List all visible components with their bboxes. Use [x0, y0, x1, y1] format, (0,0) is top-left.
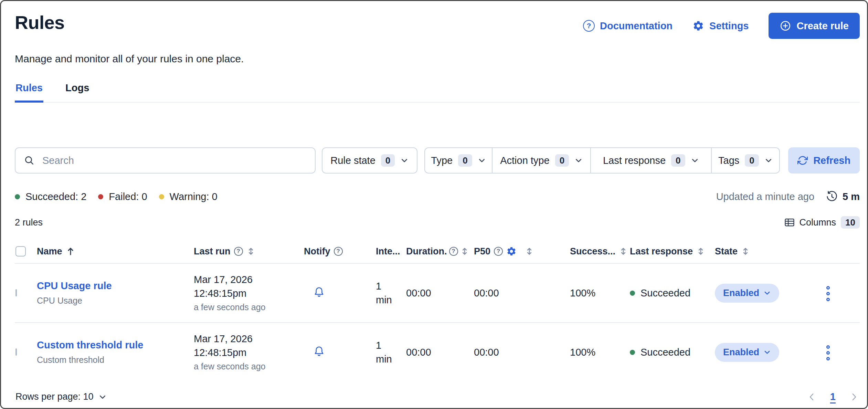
- info-icon[interactable]: ?: [494, 247, 503, 256]
- header-name[interactable]: Name: [37, 246, 194, 257]
- state-dropdown[interactable]: Enabled: [715, 284, 779, 303]
- interval-value: 1 min: [376, 279, 398, 307]
- duration-value: 00:00: [406, 347, 474, 358]
- state-value: Enabled: [723, 347, 759, 358]
- filter-action-type[interactable]: Action type 0: [492, 148, 590, 173]
- settings-link[interactable]: Settings: [692, 20, 749, 32]
- last-response-cell: Succeeded: [630, 287, 715, 299]
- succeeded-dot-icon: [15, 194, 20, 199]
- table-grid-icon: [784, 217, 795, 228]
- chevron-down-icon: [574, 156, 583, 165]
- row-checkbox[interactable]: [15, 289, 17, 296]
- documentation-link[interactable]: ? Documentation: [583, 20, 673, 32]
- rule-type-label: Custom threshold: [37, 355, 194, 365]
- row-actions-menu[interactable]: [826, 345, 830, 360]
- tab-rules[interactable]: Rules: [15, 82, 43, 103]
- filter-rule-state[interactable]: Rule state 0: [322, 147, 417, 174]
- tabs-bar: Rules Logs: [15, 82, 860, 103]
- info-icon[interactable]: ?: [234, 247, 243, 256]
- rows-per-page-dropdown[interactable]: Rows per page: 10: [15, 391, 107, 402]
- info-icon[interactable]: ?: [334, 247, 343, 256]
- header-success-ratio[interactable]: Success...: [570, 246, 630, 257]
- clock-refresh-icon: [826, 191, 838, 202]
- create-rule-button[interactable]: Create rule: [769, 13, 860, 39]
- row-checkbox[interactable]: [15, 348, 17, 356]
- chevron-down-icon: [691, 156, 699, 165]
- plus-circle-icon: [780, 20, 791, 32]
- chevron-down-icon: [98, 393, 107, 401]
- status-row: Succeeded: 2 Failed: 0 Warning: 0 Update…: [15, 191, 860, 202]
- row-actions-menu[interactable]: [826, 286, 830, 301]
- status-succeeded: Succeeded: 2: [15, 191, 86, 202]
- duration-value: 00:00: [406, 287, 474, 299]
- chevron-down-icon: [400, 156, 409, 165]
- page-number[interactable]: 1: [830, 391, 836, 402]
- notify-cell: [304, 345, 376, 359]
- rule-name-link[interactable]: CPU Usage rule: [37, 280, 112, 291]
- tab-logs[interactable]: Logs: [65, 82, 90, 103]
- refresh-interval-button[interactable]: 5 m: [826, 191, 860, 202]
- header-last-response[interactable]: Last response: [630, 246, 715, 257]
- updated-text: Updated a minute ago: [716, 191, 814, 202]
- page-subtitle: Manage and monitor all of your rules in …: [15, 53, 860, 65]
- chevron-down-icon: [764, 156, 773, 165]
- rules-page-window: Rules ? Documentation Settings Create ru…: [0, 0, 868, 409]
- interval-value: 1 min: [376, 338, 398, 366]
- documentation-label: Documentation: [600, 20, 673, 32]
- header-state[interactable]: State: [715, 246, 824, 257]
- chevron-down-icon: [763, 348, 771, 356]
- table-meta-row: 2 rules Columns 10: [15, 216, 860, 229]
- table-row: CPU Usage rule CPU Usage Mar 17, 2026 12…: [15, 263, 860, 322]
- sortable-icon: [246, 247, 255, 256]
- page-header: Rules ? Documentation Settings Create ru…: [15, 11, 860, 39]
- search-input[interactable]: [42, 155, 307, 167]
- state-value: Enabled: [723, 288, 759, 298]
- success-ratio-value: 100%: [570, 347, 630, 358]
- filter-action-type-count: 0: [555, 154, 569, 167]
- next-page-icon[interactable]: [849, 392, 859, 402]
- last-run-time: 12:48:15pm: [194, 346, 304, 359]
- last-response-value: Succeeded: [641, 347, 690, 358]
- sort-asc-icon: [66, 247, 75, 256]
- filter-tags[interactable]: Tags 0: [711, 148, 780, 173]
- refresh-button[interactable]: Refresh: [788, 147, 860, 174]
- filter-rule-state-count: 0: [381, 154, 395, 167]
- gear-icon[interactable]: [506, 246, 517, 256]
- info-icon[interactable]: ?: [449, 247, 458, 256]
- rule-type-label: CPU Usage: [37, 296, 194, 306]
- header-duration[interactable]: Duration. ?: [406, 246, 474, 257]
- header-notify: Notify ?: [304, 246, 376, 257]
- gear-icon: [692, 20, 704, 32]
- rule-name-link[interactable]: Custom threshold rule: [37, 339, 143, 350]
- last-run-cell: Mar 17, 2026 12:48:15pm a few seconds ag…: [194, 273, 304, 313]
- chevron-down-icon: [763, 289, 771, 297]
- chevron-down-icon: [478, 156, 486, 165]
- state-dropdown[interactable]: Enabled: [715, 343, 779, 362]
- last-run-cell: Mar 17, 2026 12:48:15pm a few seconds ag…: [194, 332, 304, 373]
- search-box: [15, 147, 316, 174]
- bell-icon[interactable]: [313, 345, 325, 358]
- pagination: 1: [807, 391, 859, 402]
- state-cell: Enabled: [715, 343, 824, 362]
- bell-icon[interactable]: [313, 286, 325, 298]
- last-run-relative: a few seconds ago: [194, 360, 304, 373]
- previous-page-icon[interactable]: [807, 392, 817, 402]
- failed-label: Failed: 0: [109, 191, 147, 202]
- filter-rule-state-label: Rule state: [330, 155, 375, 166]
- select-all-checkbox[interactable]: [15, 246, 26, 256]
- header-last-run[interactable]: Last run ?: [194, 246, 304, 257]
- last-run-time: 12:48:15pm: [194, 286, 304, 300]
- page-content: Rules ? Documentation Settings Create ru…: [1, 1, 867, 408]
- last-run-relative: a few seconds ago: [194, 301, 304, 313]
- filter-tags-label: Tags: [718, 155, 739, 166]
- warning-label: Warning: 0: [170, 191, 218, 202]
- filter-action-type-label: Action type: [500, 155, 549, 166]
- filter-last-response[interactable]: Last response 0: [590, 148, 711, 173]
- header-p50[interactable]: P50 ?: [474, 246, 570, 257]
- p50-value: 00:00: [474, 287, 570, 299]
- create-rule-label: Create rule: [796, 20, 849, 32]
- sortable-icon: [696, 247, 705, 256]
- columns-button[interactable]: Columns 10: [784, 216, 860, 229]
- filter-type[interactable]: Type 0: [425, 148, 492, 173]
- last-run-date: Mar 17, 2026: [194, 332, 304, 346]
